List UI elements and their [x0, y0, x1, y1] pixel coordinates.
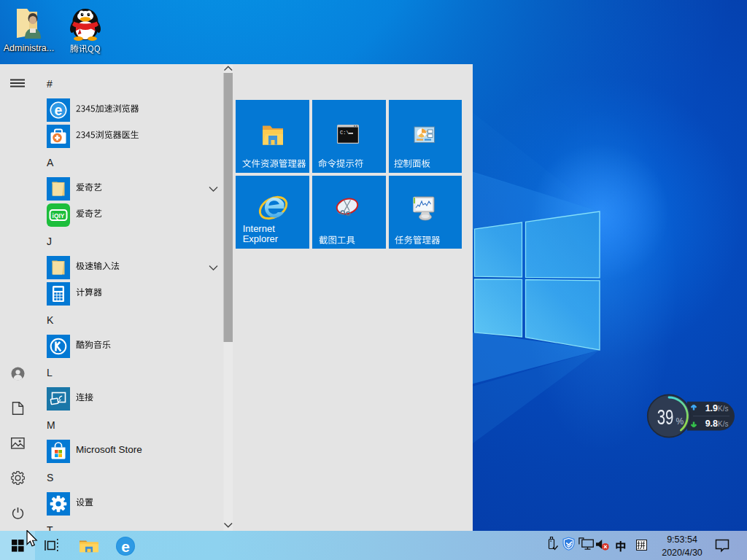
svg-text:C:\: C:\	[340, 130, 349, 136]
svg-text:e: e	[121, 538, 130, 555]
